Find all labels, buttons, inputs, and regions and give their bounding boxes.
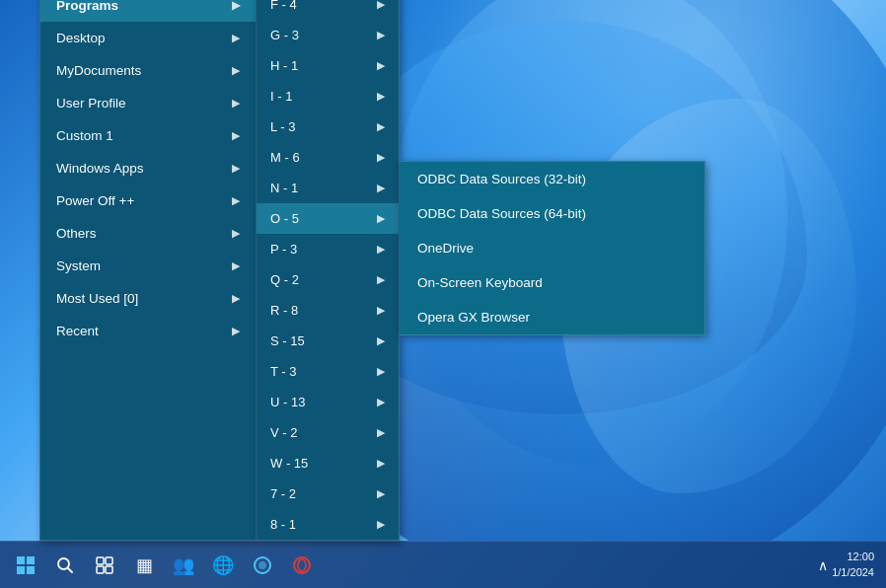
menu-item-userprofile[interactable]: User Profile ▶ (40, 87, 256, 119)
menu-letter-u[interactable]: U - 13 ▶ (257, 387, 399, 417)
edge-icon: 🌐 (212, 554, 234, 576)
menu-item-windowsapps[interactable]: Windows Apps ▶ (40, 152, 256, 184)
taskbar: ▦ 👥 🌐 ∧ 12:00 (0, 541, 886, 588)
svg-rect-2 (17, 566, 25, 574)
menu-item-others[interactable]: Others ▶ (40, 217, 256, 250)
menu-letter-o[interactable]: O - 5 ▶ (257, 203, 399, 234)
submenu-item-opera[interactable]: Opera GX Browser (400, 300, 704, 334)
menu-letter-m[interactable]: M - 6 ▶ (257, 142, 399, 173)
menu-letter-n[interactable]: N - 1 ▶ (257, 173, 399, 203)
menu-letter-f[interactable]: F - 4 ▶ (257, 0, 399, 20)
menu-item-custom1-label: Custom 1 (56, 128, 113, 143)
menu-item-recent-label: Recent (56, 324, 99, 338)
odbc64-label: ODBC Data Sources (64-bit) (417, 206, 586, 221)
letter-g-arrow: ▶ (377, 29, 385, 41)
menu-item-system[interactable]: System ▶ (40, 250, 256, 282)
userprofile-arrow-icon: ▶ (232, 97, 240, 110)
letter-u-label: U - 13 (270, 395, 305, 409)
menu-letter-w[interactable]: W - 15 ▶ (257, 448, 399, 478)
programs-arrow-icon: ▶ (232, 0, 240, 12)
clock-time: 12:00 (832, 550, 874, 564)
osk-label: On-Screen Keyboard (417, 275, 543, 290)
svg-rect-8 (97, 566, 104, 573)
menu-letter-s[interactable]: S - 15 ▶ (257, 326, 399, 356)
menu-letter-t[interactable]: T - 3 ▶ (257, 356, 399, 387)
letter-m-label: M - 6 (270, 150, 300, 165)
menu-item-programs[interactable]: Programs ▶ (40, 0, 256, 22)
menu-item-poweroff[interactable]: Power Off ++ ▶ (40, 184, 256, 217)
submenu-panel-o: ODBC Data Sources (32-bit) ODBC Data Sou… (400, 161, 705, 335)
menu-item-mydocuments-label: MyDocuments (56, 63, 141, 78)
menu-number-7[interactable]: 7 - 2 ▶ (257, 478, 399, 509)
letter-v-arrow: ▶ (377, 426, 385, 439)
menu-item-userprofile-label: User Profile (56, 96, 126, 110)
letter-o-label: O - 5 (270, 211, 299, 226)
search-button[interactable] (47, 548, 83, 583)
clock-date: 1/1/2024 (832, 565, 874, 580)
letter-r-arrow: ▶ (377, 304, 385, 317)
menu-item-others-label: Others (56, 226, 97, 241)
menu-letter-i[interactable]: I - 1 ▶ (257, 81, 399, 111)
custom1-arrow-icon: ▶ (232, 129, 240, 142)
taskview-button[interactable] (87, 548, 122, 583)
menu-letter-r[interactable]: R - 8 ▶ (257, 295, 399, 326)
menu-letter-g[interactable]: G - 3 ▶ (257, 20, 399, 50)
menu-letter-p[interactable]: P - 3 ▶ (257, 234, 399, 264)
menu-item-recent[interactable]: Recent ▶ (40, 315, 256, 347)
menu-item-mydocuments[interactable]: MyDocuments ▶ (40, 54, 256, 87)
opera-icon (292, 555, 312, 575)
opera-taskbar-button[interactable] (284, 548, 320, 583)
mostused-arrow-icon: ▶ (232, 292, 240, 305)
menu-letter-h[interactable]: H - 1 ▶ (257, 50, 399, 81)
windowsapps-arrow-icon: ▶ (232, 162, 240, 175)
clock-display[interactable]: 12:00 1/1/2024 (832, 550, 874, 580)
tray-chevron-icon[interactable]: ∧ (818, 557, 828, 573)
teams-button[interactable]: 👥 (166, 548, 201, 583)
middle-menu-panel: F - 4 ▶ G - 3 ▶ H - 1 ▶ I - 1 ▶ L - 3 ▶ … (257, 0, 400, 541)
menu-item-mostused-label: Most Used [0] (56, 291, 138, 306)
submenu-item-odbc32[interactable]: ODBC Data Sources (32-bit) (400, 162, 704, 196)
submenu-item-osk[interactable]: On-Screen Keyboard (400, 265, 704, 300)
number-7-label: 7 - 2 (270, 486, 296, 501)
system-arrow-icon: ▶ (232, 259, 240, 272)
menu-item-desktop-label: Desktop (56, 31, 106, 45)
svg-rect-9 (106, 566, 112, 573)
edge-button[interactable]: 🌐 (205, 548, 241, 583)
submenu-item-odbc64[interactable]: ODBC Data Sources (64-bit) (400, 196, 704, 231)
letter-o-arrow: ▶ (377, 212, 385, 225)
widgets-button[interactable]: ▦ (126, 548, 162, 583)
svg-rect-1 (27, 556, 35, 564)
number-7-arrow: ▶ (377, 487, 385, 500)
letter-r-label: R - 8 (270, 303, 298, 318)
tray-icon-area: ∧ (818, 557, 828, 573)
letter-q-arrow: ▶ (377, 273, 385, 286)
cortana-button[interactable] (245, 548, 280, 583)
submenu-item-onedrive[interactable]: OneDrive (400, 231, 704, 265)
menu-item-desktop[interactable]: Desktop ▶ (40, 22, 256, 54)
letter-p-arrow: ▶ (377, 243, 385, 256)
start-button[interactable] (8, 548, 43, 583)
menu-number-8[interactable]: 8 - 1 ▶ (257, 509, 399, 540)
letter-l-arrow: ▶ (377, 120, 385, 133)
letter-f-label: F - 4 (270, 0, 297, 12)
menu-item-system-label: System (56, 258, 101, 273)
letter-l-label: L - 3 (270, 119, 296, 134)
letter-m-arrow: ▶ (377, 151, 385, 164)
menu-letter-q[interactable]: Q - 2 ▶ (257, 264, 399, 295)
svg-rect-6 (97, 557, 104, 564)
menu-letter-l[interactable]: L - 3 ▶ (257, 111, 399, 142)
letter-t-label: T - 3 (270, 364, 297, 379)
menu-item-mostused[interactable]: Most Used [0] ▶ (40, 282, 256, 315)
system-tray: ∧ 12:00 1/1/2024 (806, 550, 886, 580)
svg-rect-3 (27, 566, 35, 574)
menu-letter-v[interactable]: V - 2 ▶ (257, 417, 399, 448)
letter-t-arrow: ▶ (377, 365, 385, 378)
letter-s-arrow: ▶ (377, 334, 385, 347)
svg-rect-7 (106, 557, 112, 564)
letter-v-label: V - 2 (270, 425, 297, 440)
opera-label: Opera GX Browser (417, 310, 530, 325)
letter-n-arrow: ▶ (377, 182, 385, 194)
odbc32-label: ODBC Data Sources (32-bit) (417, 172, 586, 186)
menu-item-custom1[interactable]: Custom 1 ▶ (40, 119, 256, 152)
left-menu-panel: Programs ▶ Desktop ▶ MyDocuments ▶ User … (39, 0, 257, 541)
